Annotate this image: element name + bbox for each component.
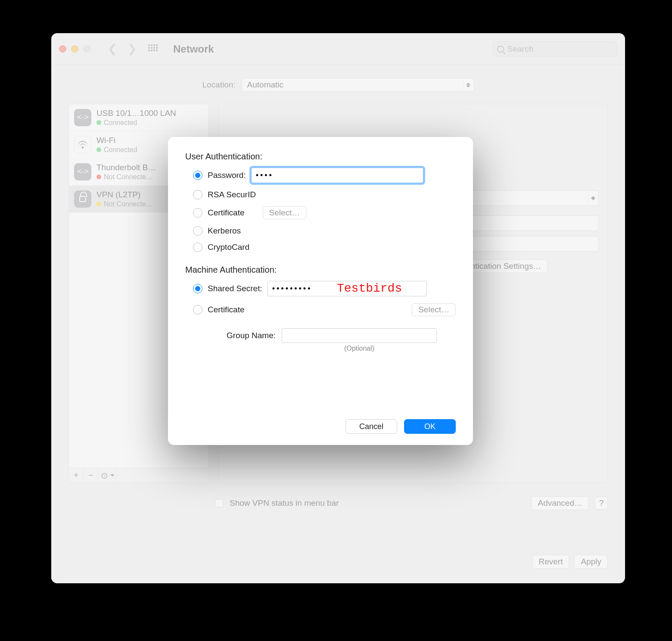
radio-icon bbox=[193, 171, 202, 180]
user-auth-rsa-option[interactable]: RSA SecurID bbox=[193, 190, 456, 199]
ok-button[interactable]: OK bbox=[404, 419, 456, 434]
option-label: Kerberos bbox=[208, 226, 241, 236]
shared-secret-field[interactable] bbox=[268, 281, 427, 296]
authentication-settings-dialog: User Authentication: Password: RSA Secur… bbox=[168, 137, 473, 445]
password-field[interactable] bbox=[251, 168, 423, 183]
radio-icon bbox=[193, 284, 202, 293]
radio-icon bbox=[193, 208, 202, 218]
option-label: Shared Secret: bbox=[208, 284, 262, 293]
group-name-label: Group Name: bbox=[185, 331, 276, 340]
machine-auth-shared-secret-option[interactable]: Shared Secret: Testbirds bbox=[193, 281, 456, 296]
group-name-field[interactable] bbox=[282, 328, 437, 343]
user-cert-select-button[interactable]: Select… bbox=[263, 206, 307, 219]
user-auth-header: User Authentication: bbox=[185, 152, 456, 162]
option-label: Password: bbox=[208, 171, 246, 180]
radio-icon bbox=[193, 190, 202, 199]
machine-auth-certificate-option[interactable]: Certificate Select… bbox=[193, 303, 456, 316]
group-name-hint: (Optional) bbox=[282, 345, 437, 352]
radio-icon bbox=[193, 243, 202, 252]
machine-cert-select-button[interactable]: Select… bbox=[412, 303, 456, 316]
radio-icon bbox=[193, 226, 202, 236]
option-label: CryptoCard bbox=[208, 243, 249, 252]
user-auth-kerberos-option[interactable]: Kerberos bbox=[193, 226, 456, 236]
user-auth-cryptocard-option[interactable]: CryptoCard bbox=[193, 243, 456, 252]
cancel-button[interactable]: Cancel bbox=[345, 419, 397, 434]
option-label: Certificate bbox=[208, 305, 245, 314]
user-auth-certificate-option[interactable]: Certificate Select… bbox=[193, 206, 456, 219]
radio-icon bbox=[193, 305, 202, 314]
option-label: RSA SecurID bbox=[208, 190, 256, 199]
option-label: Certificate bbox=[208, 208, 245, 218]
machine-auth-header: Machine Authentication: bbox=[185, 265, 456, 275]
user-auth-password-option[interactable]: Password: bbox=[193, 168, 456, 183]
